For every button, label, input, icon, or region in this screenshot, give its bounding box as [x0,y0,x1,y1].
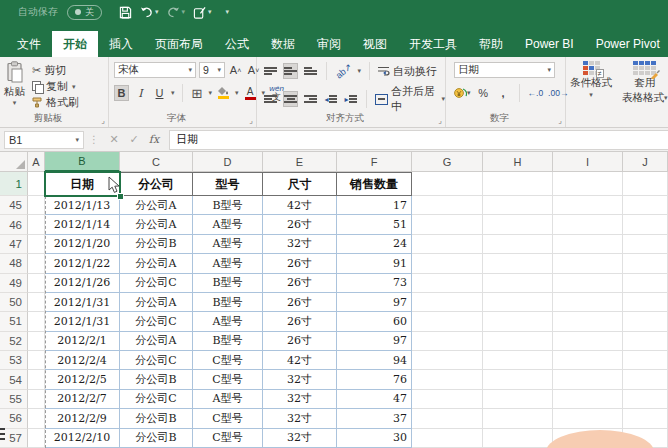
cell-branch[interactable]: 分公司B [120,235,193,254]
cell[interactable] [553,351,623,370]
row-header[interactable]: 50 [0,293,28,312]
cell[interactable] [28,215,45,234]
cell[interactable] [412,370,483,389]
cell[interactable] [483,293,553,312]
cell-date[interactable]: 2012/2/10 [45,429,120,448]
cell[interactable] [553,254,623,273]
column-header[interactable]: D [193,152,263,172]
cell-qty[interactable]: 91 [337,254,412,273]
cell-date[interactable]: 2012/2/7 [45,390,120,409]
row-header[interactable]: 56 [0,409,28,428]
autosave-toggle[interactable]: 关 [67,5,102,20]
row-header[interactable]: 53 [0,351,28,370]
cell[interactable] [412,390,483,409]
cell-date[interactable]: 2012/1/31 [45,293,120,312]
cell-size[interactable]: 32寸 [263,235,337,254]
borders-caret-icon[interactable]: ▾ [209,89,213,97]
cell-date[interactable]: 日期 [45,172,120,196]
cell-qty[interactable]: 30 [337,429,412,448]
row-header[interactable]: 48 [0,254,28,273]
font-color-button[interactable]: A [243,85,258,101]
cell-qty[interactable]: 51 [337,215,412,234]
qat-customize-icon[interactable]: ▾ [226,8,230,16]
increase-indent-button[interactable]: ▸ [343,91,358,107]
column-header[interactable]: A [28,152,45,172]
cell-model[interactable]: C型号 [193,351,263,370]
cell-branch[interactable]: 分公司C [120,312,193,331]
column-header[interactable]: G [412,152,483,172]
cell[interactable] [623,172,668,196]
row-header[interactable]: 45 [0,196,28,215]
cell[interactable] [483,215,553,234]
cell[interactable] [28,235,45,254]
undo-caret-icon[interactable]: ▾ [155,8,159,16]
cell-size[interactable]: 26寸 [263,312,337,331]
fill-color-caret-icon[interactable]: ▾ [235,89,239,97]
cell[interactable] [483,312,553,331]
cell[interactable] [553,293,623,312]
cell[interactable] [553,370,623,389]
cell-date[interactable]: 2012/1/20 [45,235,120,254]
bold-button[interactable]: B [114,85,129,101]
align-left-button[interactable] [263,91,278,107]
cell[interactable] [412,312,483,331]
cell[interactable] [412,409,483,428]
ribbon-tab[interactable]: Power Pivot [585,31,668,57]
cell-branch[interactable]: 分公司A [120,293,193,312]
underline-button[interactable]: U [152,85,167,101]
touch-mode-caret-icon[interactable]: ▾ [208,8,212,16]
cell-size[interactable]: 尺寸 [263,172,337,196]
cell[interactable] [412,293,483,312]
cell-model[interactable]: B型号 [193,196,263,215]
cell-size[interactable]: 26寸 [263,215,337,234]
cell-qty[interactable]: 37 [337,409,412,428]
redo-caret-icon[interactable]: ▾ [182,8,186,16]
cell-qty[interactable]: 73 [337,274,412,293]
grow-font-button[interactable]: A˄ [228,62,243,78]
cell-model[interactable]: C型号 [193,429,263,448]
cell[interactable] [623,274,668,293]
formula-input[interactable]: 日期 [169,130,668,150]
cell-qty[interactable]: 销售数量 [337,172,412,196]
ribbon-tab[interactable]: 开发工具 [398,31,468,57]
cell-branch[interactable]: 分公司A [120,196,193,215]
cell[interactable] [553,172,623,196]
cell[interactable] [623,293,668,312]
cell-model[interactable]: A型号 [193,312,263,331]
cell[interactable] [412,351,483,370]
cell-size[interactable]: 26寸 [263,274,337,293]
orientation-button[interactable]: ab↗ [332,59,356,83]
cell[interactable] [553,409,623,428]
cell-model[interactable]: B型号 [193,274,263,293]
row-header[interactable]: 51 [0,312,28,331]
cell[interactable] [483,351,553,370]
cell-qty[interactable]: 97 [337,332,412,351]
cell-date[interactable]: 2012/2/9 [45,409,120,428]
cell[interactable] [483,390,553,409]
cell-qty[interactable]: 97 [337,293,412,312]
format-as-table-button[interactable]: 套用 表格格式▾ [622,61,668,105]
column-header[interactable]: I [553,152,623,172]
cell-size[interactable]: 42寸 [263,196,337,215]
cell-qty[interactable]: 60 [337,312,412,331]
cell[interactable] [623,370,668,389]
merge-center-button[interactable]: 合并后居中 ▾ [375,84,445,114]
cell-size[interactable]: 32寸 [263,429,337,448]
copy-caret-icon[interactable]: ▾ [72,83,76,91]
ribbon-tab[interactable]: 数据 [260,31,306,57]
fill-color-button[interactable] [216,85,231,101]
cell[interactable] [553,332,623,351]
cell[interactable] [28,332,45,351]
cell[interactable] [28,254,45,273]
cell-qty[interactable]: 47 [337,390,412,409]
accounting-format-button[interactable]: ▾ [454,87,471,99]
cell[interactable] [28,390,45,409]
cell[interactable] [483,409,553,428]
save-icon[interactable] [119,6,132,19]
cell-branch[interactable]: 分公司B [120,370,193,389]
cell[interactable] [28,409,45,428]
copy-button[interactable]: 复制 ▾ [32,79,76,94]
ribbon-tab-active[interactable]: 开始 [52,31,98,57]
cell-size[interactable]: 26寸 [263,293,337,312]
align-right-button[interactable] [303,91,318,107]
